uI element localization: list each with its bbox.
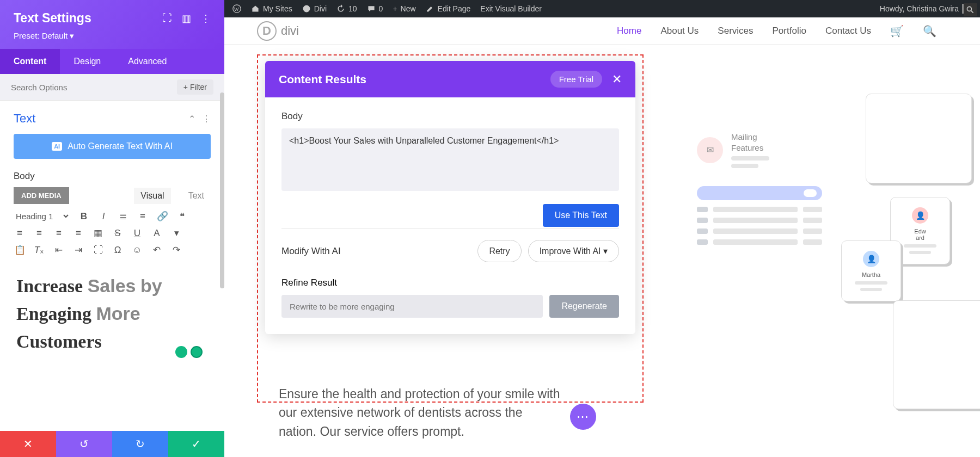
modal-body-label: Body bbox=[281, 111, 619, 122]
outdent-icon[interactable]: ⇤ bbox=[53, 244, 65, 256]
mailing-label: MailingFeatures bbox=[731, 132, 769, 153]
sidebar-title: Text Settings bbox=[14, 11, 91, 26]
retry-button[interactable]: Retry bbox=[477, 240, 521, 262]
number-list-icon[interactable]: ≡ bbox=[137, 211, 149, 222]
search-icon[interactable]: 🔍 bbox=[923, 24, 936, 38]
regenerate-button[interactable]: Regenerate bbox=[549, 295, 619, 318]
indent-icon[interactable]: ⇥ bbox=[72, 244, 84, 256]
person-card-2: 👤 Martha bbox=[841, 240, 901, 301]
cancel-button[interactable]: ✕ bbox=[0, 431, 56, 457]
close-icon[interactable]: ✕ bbox=[612, 72, 622, 87]
exit-builder-link[interactable]: Exit Visual Builder bbox=[480, 4, 542, 13]
expand-icon[interactable]: ⛶ bbox=[162, 13, 172, 24]
wp-logo-icon[interactable] bbox=[232, 4, 241, 13]
section-text-label[interactable]: Text bbox=[14, 112, 35, 126]
dropdown-icon[interactable]: ▾ bbox=[170, 227, 182, 239]
howdy-user[interactable]: Howdy, Christina Gwira bbox=[880, 4, 972, 14]
bullet-list-icon[interactable]: ≣ bbox=[117, 211, 129, 222]
textcolor-icon[interactable]: A bbox=[151, 228, 163, 239]
emoji-icon[interactable]: ☺ bbox=[131, 245, 143, 256]
columns-icon[interactable]: ▥ bbox=[182, 13, 191, 24]
person-icon: 👤 bbox=[912, 207, 928, 224]
filter-button[interactable]: + Filter bbox=[177, 79, 213, 95]
underline-icon[interactable]: U bbox=[131, 228, 143, 239]
nav-portfolio[interactable]: Portfolio bbox=[773, 26, 806, 36]
visual-tab[interactable]: Visual bbox=[134, 188, 170, 204]
fab-button[interactable]: ⋯ bbox=[570, 404, 596, 430]
comments-link[interactable]: 0 bbox=[367, 4, 383, 13]
content-results-modal: Content Results Free Trial ✕ Body <h1>Bo… bbox=[265, 61, 635, 334]
deco-card bbox=[866, 94, 972, 183]
person-name-1: Edward bbox=[896, 228, 944, 241]
free-trial-badge[interactable]: Free Trial bbox=[550, 71, 602, 88]
align-right-icon[interactable]: ≡ bbox=[53, 228, 65, 239]
modify-label: Modify With AI bbox=[281, 246, 341, 257]
tab-content[interactable]: Content bbox=[0, 49, 60, 74]
ai-icon: AI bbox=[52, 142, 62, 151]
grammarly-icons[interactable] bbox=[175, 346, 203, 358]
nav-home[interactable]: Home bbox=[617, 26, 641, 36]
auto-generate-button[interactable]: AI Auto Generate Text With AI bbox=[14, 134, 211, 159]
search-row: + Filter bbox=[0, 74, 224, 101]
nav-about[interactable]: About Us bbox=[660, 26, 699, 36]
canvas: Ensure the health and protection of your… bbox=[224, 45, 980, 457]
svg-point-2 bbox=[967, 7, 971, 11]
bold-icon[interactable]: B bbox=[78, 211, 90, 222]
redo-button[interactable]: ↻ bbox=[112, 431, 168, 457]
chevron-up-icon[interactable]: ⌃ bbox=[188, 114, 195, 124]
wp-search-icon[interactable] bbox=[964, 3, 977, 16]
new-link[interactable]: + New bbox=[393, 4, 415, 13]
more-icon[interactable]: ⋮ bbox=[201, 13, 211, 24]
fullscreen-icon[interactable]: ⛶ bbox=[92, 245, 104, 256]
table-icon[interactable]: ▦ bbox=[92, 227, 104, 239]
sidebar-body: Text ⌃ ⋮ AI Auto Generate Text With AI B… bbox=[0, 101, 224, 431]
save-button[interactable]: ✓ bbox=[168, 431, 224, 457]
italic-icon[interactable]: I bbox=[97, 211, 109, 222]
editor-content[interactable]: Increase Sales by Engaging More Customer… bbox=[14, 264, 211, 363]
edit-page-link[interactable]: Edit Page bbox=[426, 4, 471, 13]
svg-point-0 bbox=[233, 5, 241, 13]
nav-contact[interactable]: Contact Us bbox=[825, 26, 871, 36]
section-more-icon[interactable]: ⋮ bbox=[202, 114, 211, 124]
strike-icon[interactable]: S bbox=[112, 228, 124, 239]
link-icon[interactable]: 🔗 bbox=[156, 211, 168, 222]
editor-toolbar: Heading 1 B I ≣ ≡ 🔗 ❝ ≡ ≡ ≡ ≡ ▦ S U A ▾ … bbox=[14, 211, 211, 256]
site-logo[interactable]: D divi bbox=[257, 21, 299, 41]
use-this-text-button[interactable]: Use This Text bbox=[543, 204, 619, 227]
refine-label: Refine Result bbox=[281, 277, 619, 288]
bottom-actions: ✕ ↺ ↻ ✓ bbox=[0, 431, 224, 457]
refine-input[interactable] bbox=[281, 295, 543, 318]
add-media-button[interactable]: ADD MEDIA bbox=[14, 187, 69, 204]
align-left-icon[interactable]: ≡ bbox=[14, 228, 26, 239]
cart-icon[interactable]: 🛒 bbox=[890, 24, 904, 38]
clear-icon[interactable]: Tₓ bbox=[33, 244, 45, 256]
sidebar-header: Text Settings ⛶ ▥ ⋮ Preset: Default ▾ bbox=[0, 0, 224, 49]
logo-icon: D bbox=[257, 21, 277, 41]
main-area: My Sites Divi 10 0 + New Edit Page Exit … bbox=[224, 0, 980, 457]
omega-icon[interactable]: Ω bbox=[112, 245, 124, 256]
heading-select[interactable]: Heading 1 bbox=[14, 211, 70, 221]
scrollbar[interactable] bbox=[220, 92, 224, 288]
improve-button[interactable]: Improve With AI ▾ bbox=[528, 240, 619, 262]
undo-button[interactable]: ↺ bbox=[56, 431, 112, 457]
undo-icon[interactable]: ↶ bbox=[151, 244, 163, 256]
nav-services[interactable]: Services bbox=[718, 26, 753, 36]
paste-icon[interactable]: 📋 bbox=[14, 244, 26, 256]
tab-design[interactable]: Design bbox=[60, 49, 114, 74]
align-justify-icon[interactable]: ≡ bbox=[72, 228, 84, 239]
divi-link[interactable]: Divi bbox=[302, 4, 327, 13]
result-textarea[interactable]: <h1>Boost Your Sales with Unparalleled C… bbox=[281, 128, 619, 191]
person-name-2: Martha bbox=[847, 271, 895, 278]
preset-dropdown[interactable]: Preset: Default ▾ bbox=[14, 31, 211, 41]
tab-advanced[interactable]: Advanced bbox=[114, 49, 180, 74]
person-icon: 👤 bbox=[863, 251, 879, 267]
mysites-link[interactable]: My Sites bbox=[251, 4, 292, 13]
updates-link[interactable]: 10 bbox=[336, 4, 357, 13]
logo-text: divi bbox=[281, 24, 299, 38]
search-input[interactable] bbox=[11, 83, 177, 92]
align-center-icon[interactable]: ≡ bbox=[33, 228, 45, 239]
quote-icon[interactable]: ❝ bbox=[176, 211, 188, 222]
redo-icon[interactable]: ↷ bbox=[170, 244, 182, 256]
text-tab[interactable]: Text bbox=[182, 188, 211, 204]
modal-header: Content Results Free Trial ✕ bbox=[265, 61, 635, 97]
